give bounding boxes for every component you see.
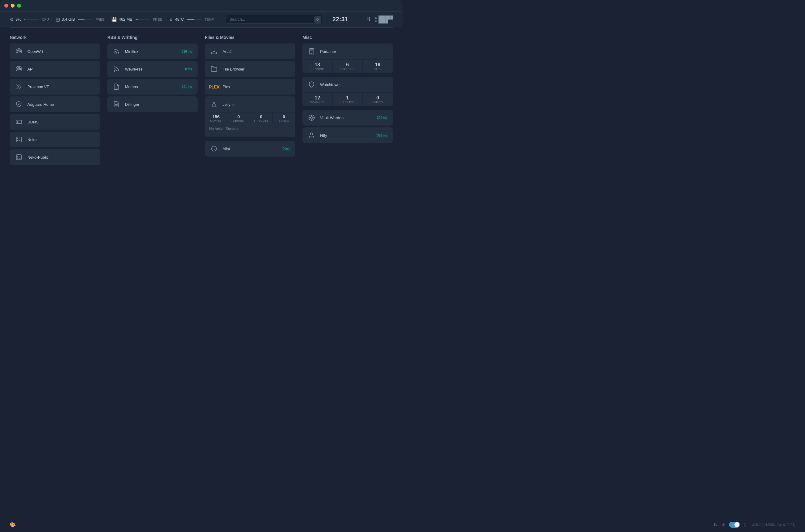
files-section: Files & Movies Aria2 File Browser PLEX P… [205,35,295,165]
ap-label: AP [27,67,33,72]
portainer-total-val: 19 [364,62,391,68]
watchtower-stats: 12 SCANNED 1 UPDATED 0 FAILED [303,92,393,106]
svg-point-5 [114,53,115,54]
portainer-label: Portainer [320,49,336,54]
svg-point-1 [18,68,20,70]
proxmox-label: Proxmox VE [27,84,49,89]
jellyfin-card[interactable]: Jellyfin 156 MOVIES 0 SERIES 0 EPISODES … [205,96,295,137]
net-down: ▼ ████ [374,19,393,23]
neko-public-card[interactable]: Neko-Public [10,149,100,165]
portainer-running-val: 13 [304,62,331,68]
ram-bar-fill [78,19,84,20]
memos-card[interactable]: Memos 191 ms [107,79,197,95]
temp-icon: 🌡 [169,17,173,22]
openwrt-card[interactable]: OpenWrt [10,43,100,59]
portainer-stopped-stat: 6 STOPPED [332,60,363,73]
watchtower-updated-val: 1 [334,95,361,101]
neko-card[interactable]: Neko [10,132,100,148]
alist-label: Alist [223,147,230,151]
main-content: Network OpenWrt AP Proxmox VE Adguard Ho… [0,28,402,172]
jellyfin-movies-label: MOVIES [206,119,226,122]
miniflux-card[interactable]: Miniflux 316 ms [107,43,197,59]
wewe-rss-label: Wewe-rss [125,67,142,72]
miniflux-badge: 316 ms [180,49,193,54]
temp-stat: 🌡 48°C TEMP [169,17,214,22]
openwrt-label: OpenWrt [27,49,43,54]
disk-stat: 💾 462 MB Free [111,17,162,22]
memos-icon [112,82,121,92]
ram-value: 3.4 GiB [62,17,75,22]
miniflux-icon [112,46,121,56]
disk-icon: 💾 [111,17,117,22]
memos-badge: 191 ms [180,84,193,89]
watchtower-failed-stat: 0 FAILED [363,93,393,106]
svg-point-20 [310,116,312,118]
adguard-label: Adguard Home [27,102,54,107]
plex-label: Plex [223,84,230,89]
openwrt-icon [14,46,24,56]
cpu-label: CPU [42,18,49,21]
aria2-icon [209,46,219,56]
portainer-card[interactable]: Portainer 13 RUNNING 6 STOPPED 19 TOTAL [303,43,393,73]
ntfy-badge: 323 ms [376,133,388,138]
portainer-stopped-label: STOPPED [334,68,361,71]
temp-bar [187,19,202,20]
clock: 22:31 [332,16,348,23]
disk-value: 462 MB [119,17,133,22]
svg-rect-4 [16,155,22,160]
vaultwarden-icon [307,113,317,122]
disk-status: Free [153,18,162,21]
ram-bar [78,19,92,20]
ap-card[interactable]: AP [10,61,100,77]
maximize-button[interactable] [17,4,21,7]
alist-icon [209,144,219,153]
ddns-card[interactable]: DDNS [10,114,100,130]
alist-badge: 0 ms [281,147,291,151]
portainer-total-label: TOTAL [364,68,391,71]
wewe-rss-card[interactable]: Wewe-rss 0 ms [107,61,197,77]
search-input[interactable] [226,15,323,24]
jellyfin-series-val: 0 [229,114,248,119]
search-button[interactable]: G [314,16,321,23]
neko-icon [14,135,24,145]
watchtower-scanned-val: 12 [304,95,331,101]
watchtower-card[interactable]: Watchtower 12 SCANNED 1 UPDATED 0 FAILED [303,77,393,106]
minimize-button[interactable] [11,4,15,7]
disk-bar-fill [136,19,139,20]
adguard-card[interactable]: Adguard Home [10,96,100,112]
neko-public-label: Neko-Public [27,155,49,159]
portainer-stopped-val: 6 [334,62,361,68]
dillinger-card[interactable]: Dillinger [107,96,197,112]
neko-label: Neko [27,137,37,142]
ddns-label: DDNS [27,120,39,124]
close-button[interactable] [4,4,8,7]
cpu-stat: ⚙ 3% CPU [10,17,49,22]
ntfy-card[interactable]: Ntfy 323 ms [303,127,393,143]
neko-public-icon [14,152,24,162]
ram-icon: ▤ [56,17,60,22]
alist-card[interactable]: Alist 0 ms [205,141,295,156]
network-icon: ⇅ [367,16,370,22]
ddns-icon [14,117,24,127]
topbar: ⚙ 3% CPU ▤ 3.4 GiB Free 💾 462 MB Free 🌡 … [0,12,402,27]
watchtower-scanned-stat: 12 SCANNED [303,93,332,106]
net-up: ▲ ██████ [374,16,393,19]
dillinger-label: Dillinger [125,102,139,107]
filebrowser-card[interactable]: File Browser [205,61,295,77]
plex-icon: PLEX [209,82,219,92]
svg-rect-2 [16,120,22,124]
wewe-rss-badge: 0 ms [184,67,193,72]
ram-status: Free [95,18,104,21]
proxmox-card[interactable]: Proxmox VE [10,79,100,95]
aria2-card[interactable]: Aria2 [205,43,295,59]
misc-section: Misc Portainer 13 RUNNING 6 STOPPED [303,35,393,165]
temp-value: 48°C [175,17,184,22]
portainer-running-stat: 13 RUNNING [303,60,332,73]
jellyfin-streams-text: No Active Streams [209,127,291,131]
svg-point-6 [114,71,115,72]
jellyfin-episodes-val: 0 [251,114,271,119]
vaultwarden-card[interactable]: Vault Warden 324 ms [303,110,393,126]
wewe-rss-icon [112,64,121,74]
plex-card[interactable]: PLEX Plex [205,79,295,95]
svg-rect-3 [16,137,22,142]
